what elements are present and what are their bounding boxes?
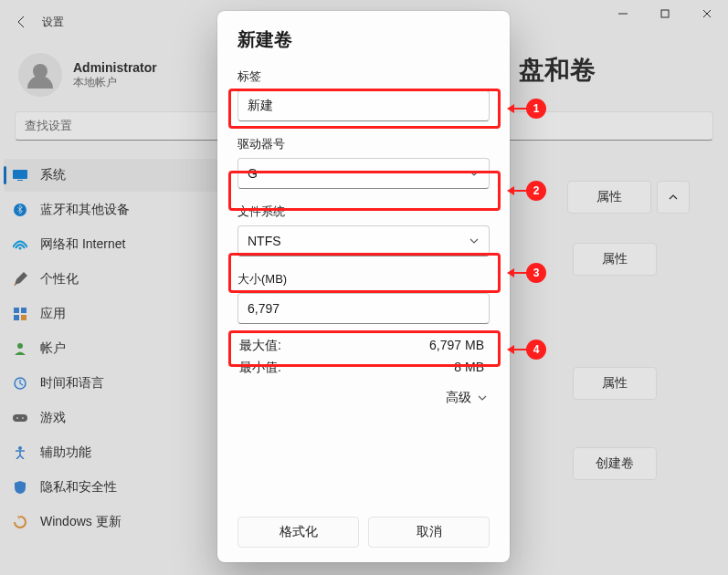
dialog-title: 新建卷 (237, 27, 490, 52)
size-input[interactable]: 6,797 (237, 293, 490, 324)
filesystem-value: NTFS (248, 234, 281, 248)
chevron-down-icon (469, 235, 480, 246)
annotation-badge: 3 (526, 263, 546, 283)
annotation-box (228, 330, 501, 367)
format-button[interactable]: 格式化 (237, 517, 359, 548)
chevron-down-icon (477, 392, 488, 403)
annotation-box (228, 253, 501, 293)
annotation-badge: 2 (526, 181, 546, 201)
annotation-badge: 1 (526, 99, 546, 119)
label-field-label: 标签 (237, 68, 490, 85)
advanced-label: 高级 (446, 390, 471, 406)
annotation-badge: 4 (526, 340, 546, 360)
filesystem-select[interactable]: NTFS (237, 225, 490, 256)
size-value: 6,797 (248, 301, 280, 316)
drive-letter-label: 驱动器号 (237, 136, 490, 152)
cancel-button[interactable]: 取消 (368, 517, 490, 548)
annotation-box (228, 89, 501, 129)
annotation-box (228, 171, 501, 211)
advanced-toggle[interactable]: 高级 (237, 384, 490, 412)
